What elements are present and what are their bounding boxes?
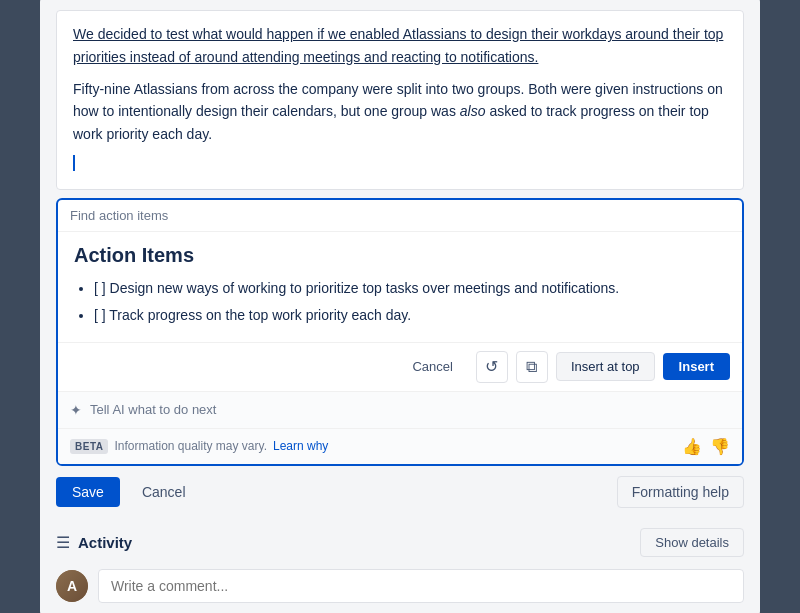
learn-why-link[interactable]: Learn why: [273, 439, 328, 453]
ai-tell-next-row[interactable]: ✦ Tell AI what to do next: [58, 391, 742, 428]
text-cursor: [73, 155, 75, 171]
activity-icon: ☰: [56, 533, 70, 552]
editor-paragraph-1: We decided to test what would happen if …: [73, 23, 727, 68]
formatting-help-button[interactable]: Formatting help: [617, 476, 744, 508]
ai-result-title: Action Items: [74, 244, 726, 267]
copy-icon: ⧉: [526, 358, 537, 376]
activity-title: Activity: [78, 534, 132, 551]
ai-tell-next-text: Tell AI what to do next: [90, 402, 216, 417]
avatar-image: A: [56, 570, 88, 602]
ai-list-item-1: [ ] Design new ways of working to priori…: [94, 277, 726, 299]
ai-actions-bar: Cancel ↺ ⧉ Insert at top Insert: [58, 342, 742, 391]
ai-undo-button[interactable]: ↺: [476, 351, 508, 383]
beta-info: BETA Information quality may vary. Learn…: [70, 439, 328, 454]
activity-header: ☰ Activity Show details: [56, 528, 744, 557]
sparkle-icon: ✦: [70, 402, 82, 418]
activity-section: ☰ Activity Show details A: [40, 518, 760, 613]
ai-cancel-button[interactable]: Cancel: [397, 352, 467, 381]
comment-row: A: [56, 569, 744, 603]
thumbs-up-button[interactable]: 👍: [682, 437, 702, 456]
comment-input[interactable]: [98, 569, 744, 603]
ai-panel-header: Find action items: [58, 200, 742, 232]
insert-at-top-button[interactable]: Insert at top: [556, 352, 655, 381]
save-button[interactable]: Save: [56, 477, 120, 507]
ai-list-item-2: [ ] Track progress on the top work prior…: [94, 304, 726, 326]
ai-result-list: [ ] Design new ways of working to priori…: [94, 277, 726, 326]
editor-area[interactable]: We decided to test what would happen if …: [56, 10, 744, 190]
beta-badge: BETA: [70, 439, 108, 454]
insert-button[interactable]: Insert: [663, 353, 730, 380]
editor-footer: Save Cancel Formatting help: [40, 466, 760, 518]
footer-cancel-button[interactable]: Cancel: [128, 477, 200, 507]
user-avatar: A: [56, 570, 88, 602]
thumbs-down-button[interactable]: 👎: [710, 437, 730, 456]
editor-paragraph-2: Fifty-nine Atlassians from across the co…: [73, 78, 727, 145]
feedback-icons-group: 👍 👎: [682, 437, 730, 456]
ai-panel: Find action items Action Items [ ] Desig…: [56, 198, 744, 466]
ai-content-area: Action Items [ ] Design new ways of work…: [58, 232, 742, 342]
ai-copy-button[interactable]: ⧉: [516, 351, 548, 383]
ai-beta-bar: BETA Information quality may vary. Learn…: [58, 428, 742, 464]
beta-text: Information quality may vary.: [114, 439, 267, 453]
show-details-button[interactable]: Show details: [640, 528, 744, 557]
footer-left-actions: Save Cancel: [56, 477, 200, 507]
undo-icon: ↺: [485, 357, 498, 376]
activity-title-row: ☰ Activity: [56, 533, 132, 552]
